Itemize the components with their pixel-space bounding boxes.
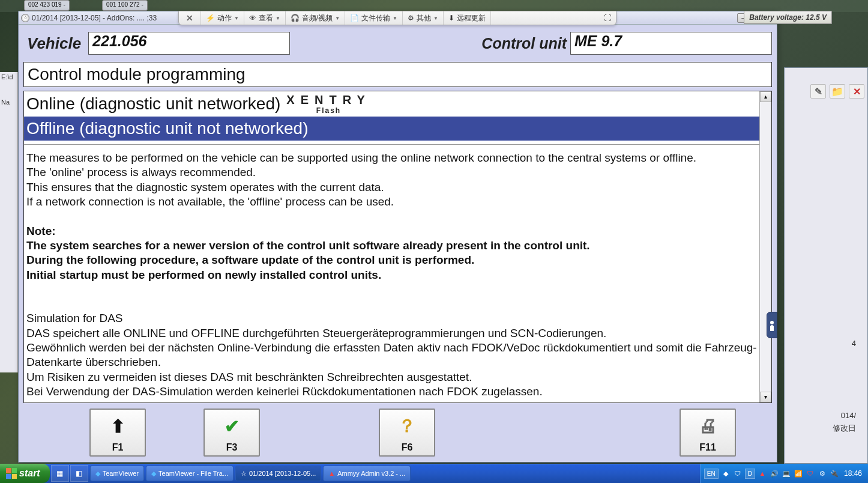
- language-en[interactable]: EN: [704, 469, 719, 479]
- chevron-down-icon: ▼: [234, 16, 239, 21]
- control-unit-value[interactable]: ME 9.7: [570, 32, 772, 55]
- language-d[interactable]: D: [745, 469, 755, 479]
- right-toolbar: ✎ 📁 ✕: [810, 84, 864, 99]
- windows-icon: [6, 468, 17, 479]
- para-4: If a network connection is not available…: [26, 195, 757, 209]
- bg-tab-2[interactable]: 001 100 272 -: [102, 0, 148, 11]
- mode-online-row[interactable]: Online (diagnostic unit networked) XENTR…: [24, 91, 759, 117]
- task-label: 01/2014 [2013-12-05...: [249, 470, 316, 477]
- start-button[interactable]: start: [0, 464, 50, 483]
- clock[interactable]: 18:46: [842, 469, 864, 478]
- section-title-box: Control module programming: [23, 62, 772, 87]
- f11-button[interactable]: 🖨 F11: [680, 409, 736, 457]
- task-teamviewer[interactable]: ◆TeamViewer: [90, 466, 144, 481]
- chevron-down-icon: ▼: [276, 16, 280, 21]
- tray-icon-8[interactable]: ⚙: [818, 469, 827, 478]
- divider: [24, 144, 759, 145]
- task-label: TeamViewer - File Tra...: [158, 470, 228, 477]
- grid-icon: ▦: [56, 469, 63, 478]
- sim-3: Um Risiken zu vermeiden ist dieses DAS m…: [26, 370, 757, 384]
- f6-button[interactable]: ？ F6: [379, 409, 435, 457]
- task-das[interactable]: ☆01/2014 [2013-12-05...: [235, 466, 321, 481]
- section-title: Control module programming: [28, 65, 768, 84]
- tv-update-label: 远程更新: [457, 13, 486, 23]
- tv-expand-button[interactable]: ⛶: [599, 11, 616, 25]
- task-teamviewer-file[interactable]: ◆TeamViewer - File Tra...: [146, 466, 234, 481]
- printer-icon: 🖨: [699, 410, 717, 442]
- control-unit-label: Control unit: [481, 35, 567, 52]
- teamviewer-icon: ◆: [151, 470, 156, 478]
- para-2: The 'online' process is always recommend…: [26, 165, 757, 180]
- bg-tab-1[interactable]: 002 423 019 -: [24, 0, 70, 11]
- quicklaunch-2[interactable]: ◧: [70, 465, 88, 482]
- note-label: Note:: [26, 224, 757, 238]
- right-window: [784, 67, 868, 464]
- f1-button[interactable]: ⬆ F1: [89, 409, 146, 457]
- tv-other-label: 其他: [417, 13, 431, 23]
- tray-icon-6[interactable]: 📶: [794, 469, 803, 478]
- tray-icon-2[interactable]: 🛡: [733, 469, 743, 478]
- tv-view-menu[interactable]: 👁查看▼: [244, 11, 286, 25]
- right-text-1: 4: [852, 339, 856, 348]
- pencil-icon[interactable]: ✎: [810, 84, 826, 99]
- help-icon: ？: [398, 410, 416, 442]
- taskbar: start ▦ ◧ ◆TeamViewer ◆TeamViewer - File…: [0, 464, 868, 483]
- side-tab[interactable]: [767, 312, 777, 338]
- vehicle-value[interactable]: 221.056: [88, 32, 290, 55]
- left-panel: E:\d Na: [0, 72, 18, 372]
- folder-icon[interactable]: 📁: [830, 84, 845, 99]
- sim-title: Simulation for DAS: [26, 311, 757, 326]
- system-tray: EN ◆ 🛡 D ▲ 🔊 💻 📶 🛡 ⚙ 🔌 18:46: [700, 464, 868, 483]
- tv-other-menu[interactable]: ⚙其他▼: [403, 11, 444, 25]
- tray-icon-4[interactable]: 🔊: [770, 469, 779, 478]
- task-ammyy[interactable]: ▲Ammyy Admin v3.2 - ...: [323, 466, 411, 481]
- left-text-1: E:\d: [1, 73, 16, 80]
- tv-action-menu[interactable]: ⚡动作▼: [201, 11, 244, 25]
- tv-close-button[interactable]: ✕: [179, 11, 201, 25]
- note-3: Initial startup must be performed on new…: [26, 268, 757, 282]
- xentry-flash-text: Flash: [316, 107, 341, 114]
- tv-audio-menu[interactable]: 🎧音频/视频▼: [286, 11, 345, 25]
- content-inner: Online (diagnostic unit networked) XENTR…: [24, 91, 759, 402]
- note-2: During the following procedure, a softwa…: [26, 253, 757, 267]
- vehicle-header-row: Vehicle 221.056 Control unit ME 9.7: [19, 25, 777, 58]
- scroll-down-button[interactable]: ▾: [760, 392, 771, 402]
- eye-icon: 👁: [249, 14, 256, 22]
- tv-action-label: 动作: [217, 13, 232, 23]
- mercedes-icon: ☆: [241, 470, 247, 478]
- sim-4: Bei Verwendung der DAS-Simulation werden…: [26, 384, 757, 399]
- chevron-down-icon: ▼: [433, 16, 438, 21]
- tray-icon-1[interactable]: ◆: [721, 469, 731, 478]
- checkmark-icon: ✔: [225, 410, 240, 442]
- tv-file-menu[interactable]: 📄文件传输▼: [345, 11, 403, 25]
- start-label: start: [19, 468, 40, 479]
- scroll-track[interactable]: [760, 102, 771, 392]
- tray-icon-7[interactable]: 🛡: [806, 469, 815, 478]
- expand-icon: ⛶: [604, 14, 611, 22]
- para-3: This ensures that the diagnostic system …: [26, 180, 757, 195]
- para-1: The measures to be performed on the vehi…: [26, 151, 757, 165]
- headphones-icon: 🎧: [291, 14, 300, 22]
- mode-offline-row[interactable]: Offline (diagnostic unit not networked): [24, 117, 759, 141]
- scroll-up-button[interactable]: ▴: [760, 91, 771, 102]
- ammyy-icon: ▲: [328, 470, 335, 477]
- f3-label: F3: [226, 442, 238, 453]
- app-icon: ◧: [76, 469, 82, 478]
- download-icon: ⬇: [448, 14, 454, 22]
- scrollbar[interactable]: ▴ ▾: [759, 91, 771, 402]
- left-text-2: Na: [1, 99, 16, 106]
- mercedes-icon: ☆: [21, 14, 29, 22]
- tray-icon-9[interactable]: 🔌: [830, 469, 839, 478]
- tv-update-button[interactable]: ⬇远程更新: [444, 11, 491, 25]
- sim-1: DAS speichert alle ONLINE und OFFLINE du…: [26, 326, 757, 341]
- f3-button[interactable]: ✔ F3: [203, 409, 260, 457]
- chevron-down-icon: ▼: [393, 16, 397, 21]
- gear-icon: ⚙: [408, 14, 414, 22]
- xentry-logo: XENTRY Flash: [286, 94, 370, 114]
- quicklaunch-1[interactable]: ▦: [51, 465, 69, 482]
- tv-view-label: 查看: [259, 13, 273, 23]
- tray-icon-5[interactable]: 💻: [782, 469, 791, 478]
- svg-point-0: [770, 321, 774, 324]
- tray-icon-3[interactable]: ▲: [758, 469, 767, 478]
- delete-icon[interactable]: ✕: [849, 84, 864, 99]
